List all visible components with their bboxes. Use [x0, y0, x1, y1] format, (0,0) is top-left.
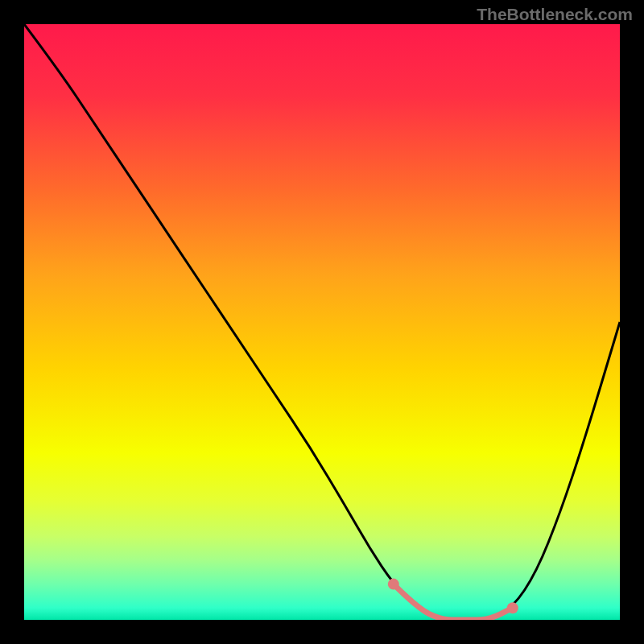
plot-background [24, 24, 620, 620]
svg-rect-0 [24, 24, 620, 620]
watermark-text: TheBottleneck.com [477, 5, 633, 24]
